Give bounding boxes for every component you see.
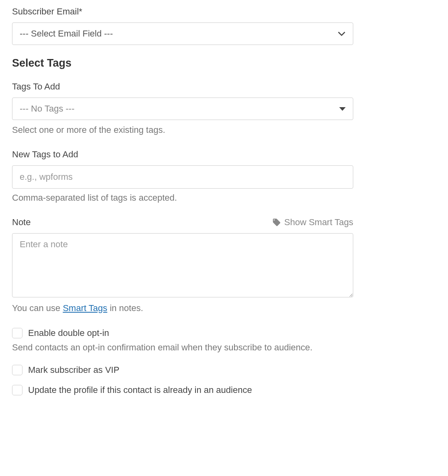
note-textarea[interactable] [12, 233, 353, 297]
tags-to-add-selected-value: --- No Tags --- [20, 104, 75, 114]
new-tags-input[interactable] [12, 165, 353, 189]
select-tags-heading: Select Tags [12, 57, 436, 69]
mark-vip-checkbox[interactable] [12, 365, 22, 375]
update-profile-label[interactable]: Update the profile if this contact is al… [28, 385, 252, 395]
tag-icon [272, 218, 281, 227]
note-label: Note [12, 217, 31, 228]
mark-vip-label[interactable]: Mark subscriber as VIP [28, 365, 119, 375]
chevron-down-icon [338, 30, 346, 38]
new-tags-help: Comma-separated list of tags is accepted… [12, 192, 436, 204]
tags-to-add-help: Select one or more of the existing tags. [12, 124, 436, 136]
subscriber-email-label: Subscriber Email* [12, 6, 436, 17]
caret-down-icon [339, 107, 346, 111]
show-smart-tags-button[interactable]: Show Smart Tags [272, 217, 353, 228]
update-profile-checkbox[interactable] [12, 385, 22, 395]
tags-to-add-label: Tags To Add [12, 81, 436, 92]
tags-to-add-select[interactable]: --- No Tags --- [12, 98, 353, 120]
note-help: You can use Smart Tags in notes. [12, 303, 436, 313]
double-opt-in-help: Send contacts an opt-in confirmation ema… [12, 342, 436, 353]
smart-tags-link[interactable]: Smart Tags [63, 303, 107, 313]
new-tags-label: New Tags to Add [12, 149, 436, 160]
subscriber-email-selected-value: --- Select Email Field --- [20, 28, 113, 39]
double-opt-in-label[interactable]: Enable double opt-in [28, 328, 109, 338]
show-smart-tags-label: Show Smart Tags [284, 217, 353, 228]
subscriber-email-select[interactable]: --- Select Email Field --- [12, 22, 353, 45]
double-opt-in-checkbox[interactable] [12, 328, 22, 338]
